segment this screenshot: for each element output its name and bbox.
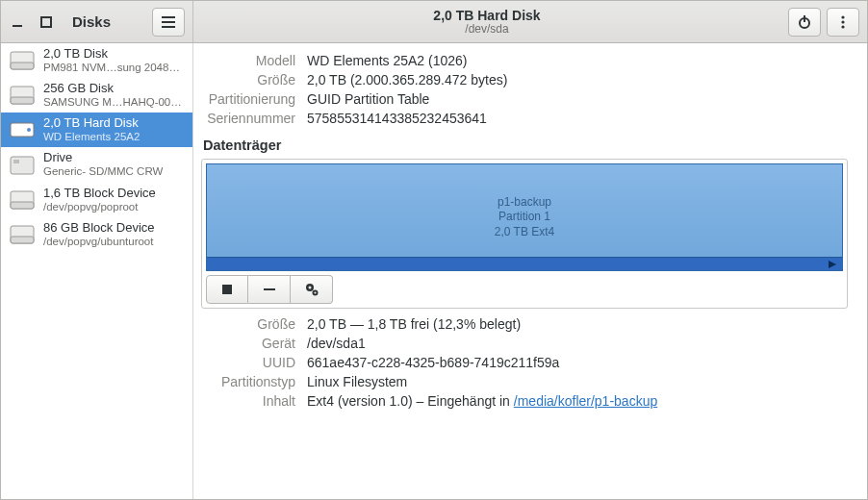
device-subtitle: Generic- SD/MMC CRW	[43, 165, 163, 178]
svg-rect-1	[41, 17, 51, 27]
device-subtitle: SAMSUNG M…HAHQ-000L7	[43, 96, 185, 109]
device-title: 2,0 TB Hard Disk	[43, 116, 140, 131]
mountpoint-link[interactable]: /media/kofler/p1-backup	[514, 393, 657, 409]
titlebar-right	[780, 1, 867, 42]
power-button[interactable]	[788, 8, 821, 37]
svg-rect-19	[11, 202, 34, 209]
drive-options-button[interactable]	[827, 8, 859, 37]
svg-rect-23	[222, 285, 232, 294]
value-psize: 2,0 TB — 1,8 TB frei (12,3% belegt)	[301, 314, 663, 334]
svg-rect-21	[11, 237, 34, 243]
disks-window: Disks 2,0 TB Hard Disk /dev/sda 2,0 TB D…	[0, 0, 868, 500]
value-ptype: Linux Filesystem	[301, 372, 663, 391]
gears-icon	[304, 282, 319, 297]
titlebar: Disks 2,0 TB Hard Disk /dev/sda	[1, 1, 867, 43]
volumes-heading: Datenträger	[203, 138, 848, 153]
label-uuid: UUID	[201, 353, 301, 372]
svg-rect-17	[13, 160, 19, 163]
device-title: 86 GB Block Device	[43, 221, 155, 236]
partition-block: p1-backup Partition 1 2,0 TB Ext4	[495, 195, 554, 240]
value-serial: 575855314143385232453641	[301, 109, 513, 128]
body: 2,0 TB DiskPM981 NVM…sung 2048GB256 GB D…	[1, 43, 867, 499]
minus-icon	[264, 284, 275, 295]
svg-rect-3	[162, 21, 175, 23]
partition-map[interactable]: p1-backup Partition 1 2,0 TB Ext4	[206, 163, 843, 271]
drive-details: Modell WD Elements 25A2 (1026) Größe 2,0…	[201, 51, 513, 128]
value-partitioning: GUID Partition Table	[301, 89, 513, 109]
partition-details: Größe 2,0 TB — 1,8 TB frei (12,3% belegt…	[201, 314, 663, 411]
partition-size: 2,0 TB Ext4	[495, 225, 554, 240]
header-subtitle: /dev/sda	[465, 23, 508, 37]
svg-rect-0	[13, 25, 22, 27]
header-title: 2,0 TB Hard Disk	[433, 8, 540, 23]
value-model: WD Elements 25A2 (1026)	[301, 51, 513, 70]
label-serial: Seriennummer	[201, 109, 301, 128]
device-subtitle: WD Elements 25A2	[43, 131, 140, 143]
svg-rect-16	[11, 157, 34, 174]
label-psize: Größe	[201, 314, 301, 334]
partition-label: Partition 1	[495, 210, 554, 225]
volume-toolbar	[206, 275, 843, 304]
content-pane: Modell WD Elements 25A2 (1026) Größe 2,0…	[193, 43, 867, 499]
device-sidebar: 2,0 TB DiskPM981 NVM…sung 2048GB256 GB D…	[1, 43, 193, 499]
partition-scrollbar[interactable]	[207, 257, 842, 270]
device-title: 1,6 TB Block Device	[43, 187, 156, 201]
svg-marker-22	[829, 261, 836, 268]
contents-prefix: Ext4 (version 1.0) – Eingehängt in	[307, 393, 514, 409]
value-uuid: 661ae437-c228-4325-b689-7419c211f59a	[301, 353, 663, 372]
app-title: Disks	[72, 13, 111, 30]
value-size: 2,0 TB (2.000.365.289.472 bytes)	[301, 70, 513, 89]
svg-point-15	[27, 128, 31, 132]
sidebar-item[interactable]: DriveGeneric- SD/MMC CRW	[1, 147, 192, 182]
svg-point-7	[841, 15, 844, 18]
svg-point-8	[841, 20, 844, 23]
titlebar-center: 2,0 TB Hard Disk /dev/sda	[193, 1, 780, 42]
volumes-frame: p1-backup Partition 1 2,0 TB Ext4	[201, 159, 848, 309]
sidebar-item[interactable]: 2,0 TB Hard DiskWD Elements 25A2	[1, 112, 192, 147]
value-contents: Ext4 (version 1.0) – Eingehängt in /medi…	[301, 391, 663, 411]
sidebar-item[interactable]: 86 GB Block Device/dev/popvg/ubunturoot	[1, 217, 192, 252]
stop-icon	[222, 285, 232, 294]
svg-rect-4	[162, 26, 175, 28]
svg-point-28	[314, 291, 316, 293]
device-subtitle: /dev/popvg/poproot	[43, 201, 156, 213]
partition-name: p1-backup	[495, 195, 554, 211]
sidebar-item[interactable]: 1,6 TB Block Device/dev/popvg/poproot	[1, 183, 192, 217]
minimize-icon[interactable]	[9, 13, 26, 31]
maximize-icon[interactable]	[38, 13, 55, 31]
svg-rect-13	[11, 97, 34, 104]
label-size: Größe	[201, 70, 301, 89]
label-ptype: Partitionstyp	[201, 372, 301, 391]
svg-rect-6	[804, 15, 805, 22]
svg-rect-24	[264, 288, 275, 290]
label-device: Gerät	[201, 334, 301, 353]
svg-rect-2	[162, 16, 175, 18]
label-partitioning: Partitionierung	[201, 89, 301, 109]
device-subtitle: PM981 NVM…sung 2048GB	[43, 62, 185, 74]
titlebar-left: Disks	[1, 1, 193, 42]
device-title: 256 GB Disk	[43, 82, 185, 96]
sidebar-item[interactable]: 2,0 TB DiskPM981 NVM…sung 2048GB	[1, 43, 192, 78]
sidebar-item[interactable]: 256 GB DiskSAMSUNG M…HAHQ-000L7	[1, 78, 192, 112]
play-icon	[829, 261, 836, 268]
mount-toggle-button[interactable]	[206, 275, 248, 304]
partition-options-button[interactable]	[291, 275, 333, 304]
device-subtitle: /dev/popvg/ubunturoot	[43, 236, 155, 248]
svg-rect-11	[11, 62, 34, 69]
label-contents: Inhalt	[201, 391, 301, 411]
label-model: Modell	[201, 51, 301, 70]
value-device: /dev/sda1	[301, 334, 663, 353]
device-title: Drive	[43, 151, 163, 165]
svg-point-9	[841, 25, 844, 28]
svg-point-26	[308, 287, 311, 289]
hamburger-menu-button[interactable]	[152, 8, 185, 37]
delete-partition-button[interactable]	[248, 275, 291, 304]
device-title: 2,0 TB Disk	[43, 47, 185, 62]
